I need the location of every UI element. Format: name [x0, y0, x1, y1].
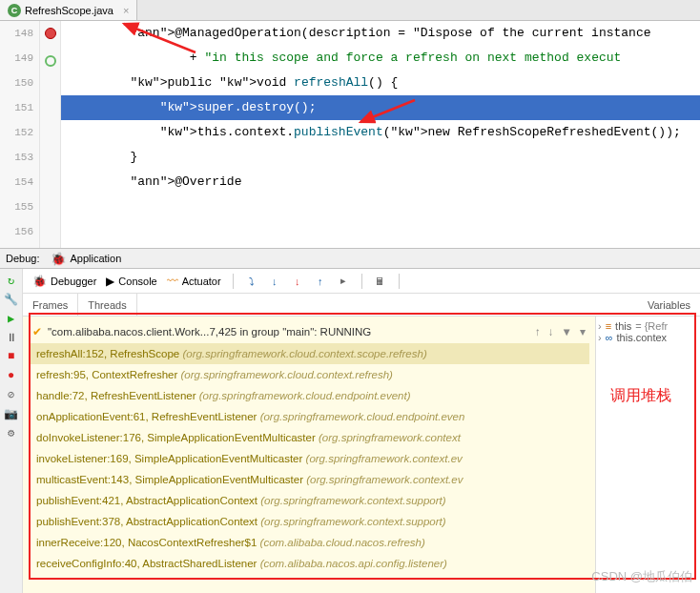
thread-selector[interactable]: ✔ "com.alibaba.nacos.client.Work...7,425…	[29, 320, 589, 343]
frames-tab[interactable]: Frames	[23, 294, 78, 316]
next-frame-icon[interactable]: ↓	[548, 322, 554, 341]
prev-frame-icon[interactable]: ↑	[535, 322, 541, 341]
stack-frame[interactable]: onApplicationEvent:61, RefreshEventListe…	[29, 406, 589, 427]
watermark: CSDN @地瓜伯伯	[591, 568, 692, 585]
debug-panel-header: Debug: 🐞 Application	[0, 248, 700, 269]
breakpoints-icon[interactable]: ●	[4, 368, 19, 383]
stack-frame[interactable]: invokeListener:169, SimpleApplicationEve…	[29, 448, 589, 469]
call-stack[interactable]: ✔ "com.alibaba.nacos.client.Work...7,425…	[23, 317, 595, 593]
var-this[interactable]: › ≡ this = {Refr	[598, 320, 698, 332]
run-config[interactable]: 🐞 Application	[51, 252, 121, 266]
dropdown-icon[interactable]: ▾	[580, 322, 586, 341]
gutter-icons[interactable]	[40, 21, 61, 248]
stack-frame[interactable]: refresh:95, ContextRefresher (org.spring…	[29, 364, 589, 385]
resume-icon[interactable]: ▶	[4, 311, 19, 326]
step-out-icon[interactable]: ↑	[314, 275, 327, 288]
chevron-right-icon: ›	[598, 332, 602, 343]
mute-bp-icon[interactable]: ⊘	[4, 387, 19, 402]
force-step-into-icon[interactable]: ↓	[291, 275, 304, 288]
frames-header: Frames Threads Variables	[23, 294, 700, 317]
close-icon[interactable]: ×	[123, 5, 129, 16]
stack-frame[interactable]: refreshAll:152, RefreshScope (org.spring…	[29, 343, 589, 364]
stack-frame[interactable]: publishEvent:378, AbstractApplicationCon…	[29, 511, 589, 532]
run-to-cursor-icon[interactable]: ▸	[337, 275, 350, 288]
code-line[interactable]: "ann">@Override	[61, 170, 700, 194]
stack-frame[interactable]: innerReceive:120, NacosContextRefresher$…	[29, 532, 589, 553]
filter-icon[interactable]: ▼	[562, 322, 572, 341]
chevron-right-icon: ›	[598, 320, 602, 332]
code-line[interactable]: "kw">this.context.publishEvent("kw">new …	[61, 120, 700, 145]
check-icon: ✔	[32, 322, 42, 341]
rerun-icon[interactable]: ↻	[4, 273, 19, 288]
variables-pane[interactable]: › ≡ this = {Refr › ∞ this.contex	[595, 317, 700, 593]
pause-icon[interactable]: ⏸	[4, 330, 19, 345]
actuator-icon: 〰	[167, 275, 178, 288]
debug-side-toolbar: ↻ 🔧 ▶ ⏸ ■ ● ⊘ 📷 ⚙	[0, 269, 23, 593]
annotation-label: 调用堆栈	[610, 386, 671, 406]
code-line[interactable]: "ann">@ManagedOperation(description = "D…	[61, 21, 700, 46]
tab-debugger[interactable]: 🐞Debugger	[32, 275, 96, 288]
step-into-icon[interactable]: ↓	[268, 275, 281, 288]
threads-tab[interactable]: Threads	[78, 294, 136, 316]
code-line[interactable]: }	[61, 145, 700, 170]
stack-frame[interactable]: multicastEvent:143, SimpleApplicationEve…	[29, 469, 589, 490]
stack-frame[interactable]: doInvokeListener:176, SimpleApplicationE…	[29, 427, 589, 448]
code-line[interactable]: + "in this scope and force a refresh on …	[61, 46, 700, 71]
code-line[interactable]: "kw">public "kw">void refreshAll() {	[61, 71, 700, 95]
stack-frame[interactable]: receiveConfigInfo:40, AbstractSharedList…	[29, 553, 589, 574]
console-icon: ▶	[106, 275, 114, 288]
code-line[interactable]: "kw">super.destroy();	[61, 95, 700, 120]
evaluate-icon[interactable]: 🖩	[374, 275, 387, 288]
settings-icon[interactable]: ⚙	[4, 425, 19, 440]
stack-frame[interactable]: publishEvent:421, AbstractApplicationCon…	[29, 490, 589, 511]
debugger-icon: 🐞	[32, 275, 47, 288]
tab-actuator[interactable]: 〰Actuator	[167, 275, 221, 288]
tab-console[interactable]: ▶Console	[106, 275, 156, 288]
line-number-gutter: 148149150151152153154155156	[0, 21, 40, 248]
java-class-icon: C	[8, 4, 21, 17]
variables-tab[interactable]: Variables	[638, 294, 700, 316]
file-tab[interactable]: C RefreshScope.java ×	[0, 0, 137, 20]
stack-frame[interactable]: handle:72, RefreshEventListener (org.spr…	[29, 385, 589, 406]
code-editor[interactable]: 148149150151152153154155156 "ann">@Manag…	[0, 21, 700, 248]
var-context[interactable]: › ∞ this.contex	[598, 332, 698, 343]
wrench-icon[interactable]: 🔧	[4, 292, 19, 307]
file-tab-name: RefreshScope.java	[25, 5, 113, 16]
debug-label: Debug:	[6, 253, 39, 264]
stop-icon[interactable]: ■	[4, 349, 19, 364]
camera-icon[interactable]: 📷	[4, 406, 19, 421]
debug-tabs: 🐞Debugger ▶Console 〰Actuator ⤵ ↓ ↓ ↑ ▸ 🖩	[23, 269, 700, 294]
bug-icon: 🐞	[51, 252, 66, 266]
code-area[interactable]: "ann">@ManagedOperation(description = "D…	[61, 21, 700, 248]
step-over-icon[interactable]: ⤵	[245, 275, 258, 288]
